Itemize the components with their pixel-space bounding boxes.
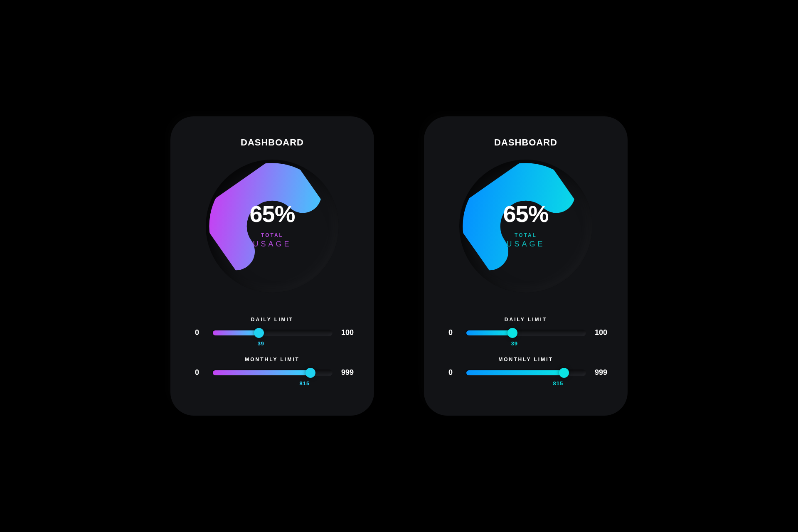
slider-max: 999 <box>340 368 355 377</box>
slider-thumb-icon[interactable] <box>254 328 264 338</box>
usage-gauge: 65% TOTAL USAGE <box>206 160 339 293</box>
slider-min: 0 <box>443 368 458 377</box>
gauge-subtitle-1: TOTAL <box>503 232 548 238</box>
slider-min: 0 <box>443 328 458 337</box>
slider-track[interactable] <box>212 330 332 336</box>
slider-daily-limit: DAILY LIMIT 0 100 39 <box>190 317 355 347</box>
slider-thumb-icon[interactable] <box>305 368 315 378</box>
slider-monthly-limit: MONTHLY LIMIT 0 999 815 <box>443 357 608 387</box>
slider-track[interactable] <box>466 369 586 376</box>
slider-label: MONTHLY LIMIT <box>190 357 355 362</box>
gauge-subtitle-2: USAGE <box>503 240 548 249</box>
slider-value: 39 <box>432 340 597 347</box>
slider-max: 999 <box>594 368 608 377</box>
slider-label: MONTHLY LIMIT <box>443 357 608 362</box>
card-title: DASHBOARD <box>241 137 304 148</box>
dashboard-card-gradient: DASHBOARD 65% TOTAL USAGE DAILY LIMIT 0 <box>170 116 374 416</box>
slider-max: 100 <box>340 328 355 337</box>
slider-monthly-limit: MONTHLY LIMIT 0 999 815 <box>190 357 355 387</box>
slider-daily-limit: DAILY LIMIT 0 100 39 <box>443 317 608 347</box>
dashboard-card-cyan: DASHBOARD 65% TOTAL USAGE DAILY LIMIT 0 <box>424 116 628 416</box>
gauge-percent: 65% <box>503 200 548 227</box>
slider-track[interactable] <box>212 369 332 376</box>
slider-value: 39 <box>178 340 344 347</box>
gauge-subtitle-2: USAGE <box>249 240 295 249</box>
slider-value: 815 <box>222 380 387 387</box>
slider-value: 815 <box>475 380 641 387</box>
slider-thumb-icon[interactable] <box>507 328 517 338</box>
gauge-subtitle-1: TOTAL <box>249 232 295 238</box>
gauge-percent: 65% <box>249 200 295 227</box>
slider-label: DAILY LIMIT <box>190 317 355 323</box>
slider-label: DAILY LIMIT <box>443 317 608 323</box>
slider-track[interactable] <box>466 330 586 336</box>
slider-min: 0 <box>190 328 204 337</box>
slider-thumb-icon[interactable] <box>559 368 569 378</box>
slider-max: 100 <box>594 328 608 337</box>
slider-min: 0 <box>190 368 204 377</box>
usage-gauge: 65% TOTAL USAGE <box>459 160 592 293</box>
card-title: DASHBOARD <box>494 137 557 148</box>
